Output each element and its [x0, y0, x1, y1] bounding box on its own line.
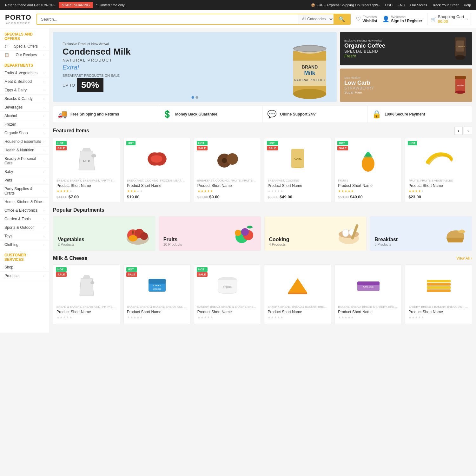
- badge-sale: SALE: [126, 272, 137, 277]
- sidebar-item-fruits[interactable]: Fruits & Vegetables›: [0, 69, 49, 77]
- product-card[interactable]: HOT BREAKFAST, COOKING, FROZEN, MEAT, ME…: [123, 138, 191, 203]
- product-badges: HOTSALE: [197, 267, 208, 277]
- sidebar-label: Frozen: [4, 122, 16, 127]
- stores-link[interactable]: Our Stores: [410, 3, 427, 7]
- sidebar-item-shop[interactable]: Shop›: [0, 263, 49, 272]
- sidebar-item-eggs[interactable]: Eggs & Dairy›: [0, 86, 49, 95]
- svg-text:BRAND: BRAND: [302, 64, 318, 69]
- product-card[interactable]: HOT FRUITS, FRUITS & VEGETABLES Product …: [405, 138, 472, 203]
- view-all-link[interactable]: View All ›: [456, 256, 472, 261]
- product-name: Product Short Name: [408, 183, 469, 188]
- product-categories: BREAKFAST, COOKING, FROZEN, MEAT, MEAT &…: [127, 179, 187, 182]
- department-grid: Vegetables 2 Products: [53, 216, 472, 251]
- sidebar-item-sports[interactable]: Sports & Outdoor›: [0, 223, 49, 232]
- featured-prev-button[interactable]: ‹: [454, 127, 463, 135]
- sidebar-label: Home, Kitchen & Dine: [4, 200, 42, 204]
- svg-point-2: [293, 89, 326, 99]
- currency-select[interactable]: USD: [385, 3, 393, 7]
- hero-side-card-text-1: Exclusive Product New Arrival Organic Co…: [344, 39, 385, 58]
- cart-button[interactable]: 🛒 Shopping Cart $0.00 ›: [427, 13, 471, 25]
- milk-can-svg: BRAND Milk NATURAL PRODUCT: [289, 45, 330, 102]
- sidebar-item-recipes[interactable]: 📋 Our Recipes ›: [0, 51, 49, 59]
- track-link[interactable]: Track Your Order: [432, 3, 459, 7]
- dept-card-fruits[interactable]: Fruits 10 Products: [159, 216, 261, 251]
- sidebar-item-clothing[interactable]: Clothing›: [0, 241, 49, 249]
- sidebar-item-household[interactable]: Household Essentials›: [0, 137, 49, 146]
- star-icon: ★: [56, 315, 60, 319]
- sidebar-item-garden[interactable]: Garden & Tools›: [0, 215, 49, 223]
- product-card[interactable]: BAKERY, BREAD, BREAD & BAKERY, BREAKFAST…: [264, 264, 331, 324]
- dept-card-cooking[interactable]: Cooking 4 Products: [264, 216, 367, 251]
- dept-card-breakfast[interactable]: Breakfast 8 Products: [370, 216, 472, 251]
- product-card[interactable]: CHEESE BAKERY, BREAD, BREAD & BAKERY, BR…: [334, 264, 402, 324]
- featured-next-button[interactable]: ›: [464, 127, 472, 135]
- sidebar-item-home[interactable]: Home, Kitchen & Dine›: [0, 198, 49, 206]
- badge-hot: HOT: [337, 141, 348, 145]
- star-icon: ★: [66, 189, 69, 193]
- sidebar-item-snacks[interactable]: Snacks & Candy›: [0, 95, 49, 103]
- product-card[interactable]: HOTSALE MILK BREAD & BAKERY, BREAKFAST, …: [53, 138, 120, 203]
- svg-text:CHEESE: CHEESE: [363, 285, 374, 288]
- sidebar-item-alcohol[interactable]: Alcohol›: [0, 112, 49, 120]
- sidebar-item-meat[interactable]: Meat & Seafood›: [0, 77, 49, 86]
- search-bar: All Categories 🔍: [36, 14, 351, 25]
- price: $49.00: [350, 195, 363, 199]
- sidebar-item-products[interactable]: Products›: [0, 272, 49, 280]
- start-sharing-button[interactable]: START SHARING: [59, 2, 93, 8]
- signin-button[interactable]: 👤 Welcome Sign In / Register: [382, 15, 422, 23]
- star-icon: ★: [341, 189, 344, 193]
- sidebar-item-baby[interactable]: Baby›: [0, 168, 49, 176]
- sidebar-item-toys[interactable]: Toys›: [0, 232, 49, 241]
- sidebar-item-beauty[interactable]: Beauty & Personal Care›: [0, 155, 49, 168]
- sidebar-item-special-offers[interactable]: 🏷 Special Offers ›: [0, 42, 49, 51]
- welcome-label: Welcome: [391, 15, 422, 19]
- dept-image: [94, 216, 155, 251]
- logo[interactable]: PORTO eCOMMERCE: [5, 13, 31, 25]
- logo-subtitle: eCOMMERCE: [6, 22, 30, 25]
- search-button[interactable]: 🔍: [334, 14, 350, 24]
- wishlist-button[interactable]: ♡ Favorites Wishlist: [356, 15, 377, 23]
- sidebar-item-frozen[interactable]: Frozen›: [0, 120, 49, 129]
- old-price: $59.00: [338, 195, 349, 199]
- dept-count: 2 Products: [58, 242, 84, 246]
- dept-image: [411, 216, 472, 251]
- language-select[interactable]: ENG: [398, 3, 405, 7]
- hero-sale-text: BREAKFAST PRODUCTS ON SALE: [63, 74, 131, 77]
- star-icon: ★: [344, 315, 347, 319]
- sidebar-item-beverages[interactable]: Beverages›: [0, 103, 49, 112]
- product-card[interactable]: HOTSALE BREAKFAST, COOKING, FRUITS, FRUI…: [194, 138, 261, 203]
- side-exclusive: Exclusive Product New Arrival: [344, 39, 385, 42]
- dept-card-vegetables[interactable]: Vegetables 2 Products: [53, 216, 155, 251]
- category-select[interactable]: All Categories: [298, 14, 334, 24]
- product-card[interactable]: HOTSALE CreamCheese BAKERY, BREAD & BAKE…: [123, 264, 191, 324]
- star-icon: ★: [210, 315, 213, 319]
- product-card[interactable]: HOTSALE FRUITS Product Short Name ★★★★★ …: [334, 138, 402, 203]
- product-stars: ★★★★★: [197, 189, 258, 193]
- badge-hot: HOT: [56, 141, 67, 145]
- sidebar-label: Beverages: [4, 105, 23, 109]
- help-link[interactable]: Help: [464, 3, 471, 7]
- sidebar-item-pets[interactable]: Pets›: [0, 176, 49, 185]
- svg-point-15: [455, 90, 465, 94]
- star-icon: ★: [130, 189, 133, 193]
- star-icon: ★: [271, 315, 274, 319]
- hero-side-card-text-2: Stay Healthy Low Carb STRAWBERRY Sugar-F…: [344, 76, 374, 95]
- dot-1[interactable]: [192, 96, 194, 99]
- milk-cheese-title: Milk & Cheese: [53, 255, 87, 261]
- product-card[interactable]: HOTSALE PASTA BREAKFAST, COOKING Product…: [264, 138, 331, 203]
- sidebar-item-organic[interactable]: Organic Shop›: [0, 129, 49, 137]
- sidebar-item-party[interactable]: Party Supplies & Crafts›: [0, 185, 49, 198]
- star-icon: ★: [344, 189, 347, 193]
- svg-point-25: [362, 156, 374, 172]
- sidebar-item-health[interactable]: Health & Nutrition›: [0, 146, 49, 155]
- product-card[interactable]: HOTSALE original BAKERY, BREAD, BREAD & …: [194, 264, 261, 324]
- search-input[interactable]: [37, 14, 298, 24]
- sidebar-item-office[interactable]: Office & Electronics›: [0, 206, 49, 215]
- product-card[interactable]: HOTSALE BREAD & BAKERY, BREAKFAST, PARTY…: [53, 264, 120, 324]
- badge-sale: SALE: [197, 272, 208, 277]
- badge-sale: SALE: [56, 272, 67, 277]
- product-categories: BAKERY, BREAD & BAKERY, BREAKFAST, FROZE…: [127, 305, 187, 308]
- feature-secure: 🔒 100% Secure Payment: [367, 106, 472, 122]
- dot-2[interactable]: [196, 96, 198, 99]
- product-card[interactable]: BAKERY, BREAD 4 BAKERY, BREAKFAST, PARTY…: [405, 264, 472, 324]
